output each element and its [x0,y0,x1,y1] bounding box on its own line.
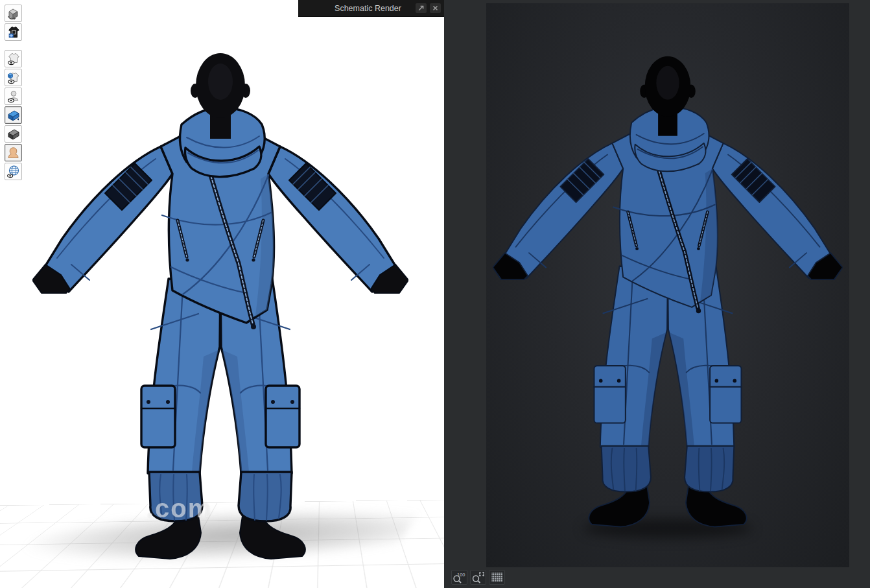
thick-cloth-blue-icon[interactable] [5,106,22,124]
show-garment-icon[interactable] [5,50,22,67]
show-avatar-icon[interactable] [5,88,22,105]
zoom-fit-icon[interactable] [470,570,486,585]
schematic-avatar [32,52,408,564]
avatar-skin-icon[interactable] [5,144,22,161]
zoom-100-icon[interactable]: 100 [451,570,467,585]
app-window: .com [0,0,870,588]
rendered-avatar [493,55,843,532]
show-3d-garment-icon[interactable] [5,69,22,86]
render-panel: 100 [444,0,870,588]
render-viewport[interactable] [486,3,849,567]
schematic-viewport[interactable]: .com [0,0,444,588]
thick-cloth-dark-icon[interactable] [5,125,22,143]
watermark: .com [147,494,212,523]
arrangement-cube-icon[interactable] [5,5,22,22]
garment-pattern-icon[interactable] [5,23,22,41]
panel-titlebar[interactable]: Schematic Render [298,0,444,17]
grid-toggle-icon[interactable] [489,570,505,585]
show-environment-icon[interactable] [5,163,22,180]
float-window-icon[interactable] [416,3,427,13]
panel-title: Schematic Render [298,4,416,13]
viewport-controls: 100 [451,570,505,585]
left-toolbar [5,5,22,182]
close-icon[interactable] [430,3,441,13]
